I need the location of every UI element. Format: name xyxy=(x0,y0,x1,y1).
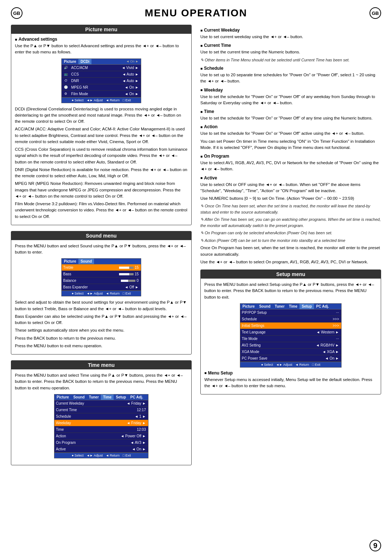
time-osd-val-sched: ◄ 1 ► xyxy=(132,414,148,419)
time-osd-footer-select: ● Select xyxy=(72,454,83,457)
time-osd-row-weekday: Weekday ◄ Friday ► xyxy=(54,420,148,426)
setup-osd-footer-adjust: ◄► Adjust xyxy=(276,363,292,366)
main-content: Picture menu Advanced settings Use the P… xyxy=(11,25,381,471)
time-osd-label-sched: Schedule xyxy=(54,414,132,419)
sound-osd-val-bass-expander: ◄ Off ► xyxy=(122,285,141,289)
setup-osd-row-textlang: Text Language ◄ Western ► xyxy=(240,329,341,336)
active-note3: ✎ After On Time has been set, you can go… xyxy=(200,216,381,228)
osd-val-dnr: ◄ Auto ► xyxy=(120,78,141,83)
sound-osd-footer-return: ◄ Return xyxy=(106,292,119,295)
on-program-text: Use to select AV1, RGB, AV2, AV3, PC, DV… xyxy=(200,160,381,173)
sound-osd-footer: ● Select ◄► Adjust ◄ Return □ Exit xyxy=(62,291,141,296)
action-text: Use to set the schedule for "Power On" o… xyxy=(200,130,381,137)
current-weekday-heading: Current Weekday xyxy=(200,28,381,33)
time-osd-header: Picture Sound Tuner Time Setup PC Adj. xyxy=(54,394,148,400)
picture-menu-inner: Advanced settings Use the P▲ or P▼ butto… xyxy=(11,37,191,220)
on-program-heading: On Program xyxy=(200,154,381,159)
time-menu-section: Time menu Press the MENU button and sele… xyxy=(11,360,192,465)
time-osd-label-cwd: Current Weekday xyxy=(54,401,124,406)
osd-label-dnr: DNR xyxy=(70,78,120,83)
sound-osd-row-treble: Treble 15 xyxy=(62,264,141,271)
setup-osd-row-av2: AV2 Setting ◄ RGB/HV ► xyxy=(240,342,341,349)
time-osd-row-active: Active ◄ On ► xyxy=(54,446,148,453)
setup-osd-header: Picture Sound Tuner Time Setup PC Adj. xyxy=(240,304,341,309)
osd-icon-clock: 🕐 xyxy=(62,85,70,89)
osd-label-filmmode: Film Mode xyxy=(70,92,122,96)
time-osd-row-onprog: On Program ◄ AV3 ► xyxy=(54,439,148,446)
osd-icon-timer: ⏱ xyxy=(62,78,70,83)
time-osd-tab-picture: Picture xyxy=(54,394,71,400)
menu-setup-text: Whenever Setup menu is accessed initiall… xyxy=(204,377,377,389)
osd-row-ccs: 📺 CCS ◄ Auto ► xyxy=(62,71,141,78)
setup-osd-val-pcpwr: ◄ On ► xyxy=(323,356,341,361)
current-time-text: Use to set the current time using the Nu… xyxy=(200,49,381,55)
time-para1: Press the MENU button and select Time us… xyxy=(15,372,188,391)
sound-osd-footer-adjust: ◄► Adjust xyxy=(86,292,103,295)
time-osd-label-action: Action xyxy=(54,434,118,438)
weekday-heading: Weekday xyxy=(200,88,381,93)
ccs-text: CCS (Cross Color Separation) is used to … xyxy=(15,146,188,165)
sound-osd-label-treble: Treble xyxy=(62,265,117,270)
osd-tab-dcdi: DCDi xyxy=(78,59,91,64)
sound-osd-tab-sound: Sound xyxy=(78,259,94,264)
time-osd-val-active: ◄ On ► xyxy=(130,447,148,451)
time-menu-title: Time menu xyxy=(11,361,191,369)
osd-label-accacm: ACC/ACM xyxy=(70,65,119,70)
setup-osd-label-tilemode: Tile Mode xyxy=(240,336,334,341)
time-osd-label-weekday: Weekday xyxy=(54,421,124,425)
time-osd-val-weekday: ◄ Friday ► xyxy=(124,421,148,425)
time-osd-tab-pcadj: PC Adj. xyxy=(128,394,145,400)
osd-label-mpegnr: MPEG NR xyxy=(70,85,122,90)
osd-icon-tv: 📺 xyxy=(62,72,70,76)
setup-osd-label-pcpwr: PC Power Save xyxy=(240,356,323,361)
osd-val-filmmode: ◄ On ► xyxy=(122,92,141,96)
time-osd-footer-adjust: ◄► Adjust xyxy=(86,454,103,457)
setup-menu-title: Setup menu xyxy=(201,270,381,279)
current-weekday-text: Use to set current weekday using the ◄+ … xyxy=(200,34,381,40)
sound-osd-label-balance: Balance xyxy=(62,278,119,283)
sound-para1: Press the MENU button and select Sound u… xyxy=(15,243,188,256)
time-osd-tab-time: Time xyxy=(101,394,114,400)
osd-val-accacm: ◄ Vivid ► xyxy=(119,65,141,70)
sound-osd-val-treble: 15 xyxy=(117,265,141,270)
film-text: Film Mode (Inverse 3:2 pulldown): Film v… xyxy=(15,201,188,220)
setup-osd-footer-exit: □ Exit xyxy=(312,363,320,366)
setup-osd-tab-tuner: Tuner xyxy=(273,304,287,309)
back-btn-text: Press the BACK button to return to the p… xyxy=(15,335,188,341)
time-osd-footer: ● Select ◄► Adjust ◄ Return □ Exit xyxy=(54,453,148,458)
setup-menu-inner: Press the MENU button and select Setup u… xyxy=(201,281,381,389)
picture-osd-footer: ● Select ◄► Adjust ◄ Return □ Exit xyxy=(62,97,141,103)
current-time-heading: Current Time xyxy=(200,43,381,48)
setup-osd-label-pip: PIP/POP Setup xyxy=(240,310,334,315)
time-osd-row-action: Action ◄ Power Off ► xyxy=(54,433,148,439)
active-note1: Use NUMERIC buttons [0 ~ 9] to set On Ti… xyxy=(200,195,381,202)
dcdi-text: DCDi (Directional Correlational Deinterl… xyxy=(15,106,188,125)
sound-menu-section: Sound menu Press the MENU button and sel… xyxy=(11,231,192,355)
time-osd-tab-tuner: Tuner xyxy=(87,394,101,400)
time-text: Use to set the schedule for "Power On" o… xyxy=(200,115,381,121)
action-heading: Action xyxy=(200,124,381,129)
advanced-settings-para1: Use the P▲ or P▼ button to select Advanc… xyxy=(15,43,188,56)
time-osd-val-time: 12:03 xyxy=(135,427,148,432)
sound-osd-label-bass-expander: Bass Expander xyxy=(62,285,122,289)
osd-label-ccs: CCS xyxy=(70,72,120,77)
current-time-note: ✎ Other items in Time Menu should not be… xyxy=(200,57,381,63)
time-osd-footer-return: ◄ Return xyxy=(106,454,119,457)
osd-icon-gear: ⚙ xyxy=(62,92,70,96)
page-header: GB MENU OPERATION GB xyxy=(11,7,381,19)
osd-val-mpegnr: ◄ On ► xyxy=(122,85,141,90)
osd-footer-exit: □ Exit xyxy=(123,98,131,102)
right-column: Current Weekday Use to set current weekd… xyxy=(200,25,381,471)
osd-dcdi-val: ◄ On ► xyxy=(124,59,141,64)
sound-osd-row-bass-expander: Bass Expander ◄ Off ► xyxy=(62,284,141,291)
sound-osd-table: Picture Sound Treble 15 Bass xyxy=(61,258,141,296)
menu-btn-text: Press the MENU button to exit menu opera… xyxy=(15,343,188,349)
setup-osd-label-xga: XGA Mode xyxy=(240,349,320,354)
time-osd-row-sched: Schedule ◄ 1 ► xyxy=(54,413,148,420)
sound-osd-tab-picture: Picture xyxy=(62,259,78,264)
setup-osd-footer-select: ● Select xyxy=(261,363,273,366)
setup-osd-row-schedule: Schedule >>> xyxy=(240,316,341,323)
setup-osd-label-av2: AV2 Setting xyxy=(240,343,314,348)
setup-osd-label-initial: Initial Settings xyxy=(240,323,330,328)
setup-osd-val-xga: ◄ XGA ► xyxy=(320,349,341,354)
